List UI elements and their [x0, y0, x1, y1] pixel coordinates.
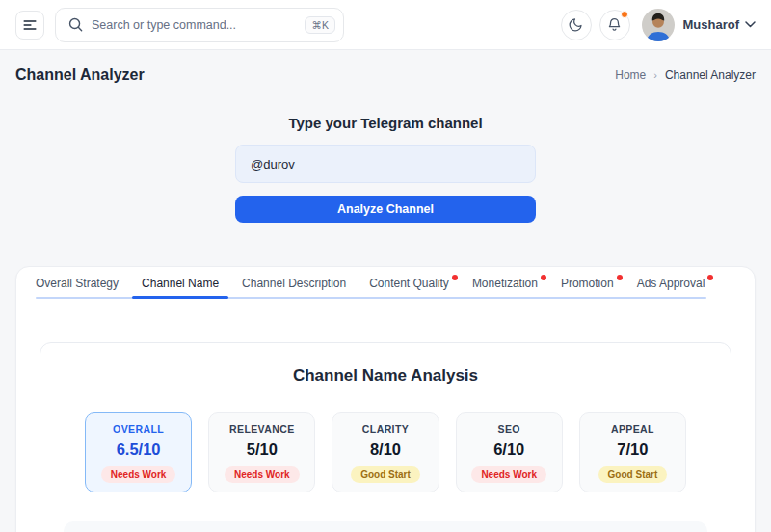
score-card-appeal: APPEAL 7/10 Good Start	[579, 412, 686, 492]
analysis-panel: Overall Strategy Channel Name Channel De…	[15, 266, 756, 532]
top-bar-right: Musharof	[553, 9, 757, 41]
alert-dot-icon	[541, 275, 546, 280]
tab-channel-name[interactable]: Channel Name	[142, 277, 219, 299]
keyboard-shortcut-badge: ⌘K	[305, 16, 335, 34]
tab-ads-approval[interactable]: Ads Approval	[637, 277, 705, 299]
search-bar[interactable]: ⌘K	[55, 8, 344, 42]
score-value: 8/10	[370, 440, 401, 459]
search-input[interactable]	[92, 18, 297, 32]
score-cards-row: OVERALL 6.5/10 Needs Work RELEVANCE 5/10…	[40, 412, 731, 492]
notification-dot	[621, 11, 628, 18]
bell-icon	[606, 16, 623, 33]
score-card-seo: SEO 6/10 Needs Work	[456, 412, 563, 492]
breadcrumb-separator-icon: ›	[653, 69, 657, 81]
avatar	[642, 9, 675, 41]
channel-input[interactable]	[235, 145, 536, 183]
score-label: OVERALL	[113, 423, 164, 435]
status-badge: Good Start	[351, 466, 420, 483]
tab-content-quality[interactable]: Content Quality	[369, 277, 449, 299]
analyzer-heading: Type your Telegram channel	[235, 115, 536, 131]
page-title: Channel Analyzer	[15, 66, 145, 84]
breadcrumb-home-link[interactable]: Home	[615, 68, 646, 82]
status-badge: Needs Work	[471, 466, 546, 483]
tab-overall-strategy[interactable]: Overall Strategy	[36, 277, 119, 299]
page-content: Channel Analyzer Home › Channel Analyzer…	[0, 66, 771, 532]
status-badge: Needs Work	[225, 466, 300, 483]
tab-monetization[interactable]: Monetization	[472, 277, 538, 299]
sidebar-toggle-button[interactable]	[15, 11, 44, 40]
score-value: 6/10	[493, 440, 524, 459]
tab-channel-description[interactable]: Channel Description	[242, 277, 346, 299]
channel-name-analysis-card: Channel Name Analysis OVERALL 6.5/10 Nee…	[40, 342, 731, 532]
score-value: 5/10	[247, 440, 278, 459]
score-label: CLARITY	[362, 423, 409, 435]
dark-mode-toggle[interactable]	[561, 10, 592, 40]
score-label: RELEVANCE	[229, 423, 295, 435]
status-badge: Needs Work	[101, 466, 176, 483]
breadcrumb-current: Channel Analyzer	[665, 68, 756, 82]
score-card-overall: OVERALL 6.5/10 Needs Work	[85, 412, 192, 492]
user-name: Musharof	[683, 17, 740, 32]
search-icon	[67, 16, 84, 33]
score-label: SEO	[498, 423, 520, 435]
page-head: Channel Analyzer Home › Channel Analyzer	[15, 66, 756, 84]
moon-icon	[568, 16, 584, 33]
alert-dot-icon	[452, 275, 458, 280]
chevron-down-icon	[745, 21, 756, 28]
score-card-relevance: RELEVANCE 5/10 Needs Work	[208, 412, 315, 492]
score-card-clarity: CLARITY 8/10 Good Start	[332, 412, 439, 492]
analyze-channel-button[interactable]: Analyze Channel	[235, 196, 536, 223]
analysis-title: Channel Name Analysis	[40, 366, 731, 386]
hamburger-icon	[21, 16, 39, 34]
alert-dot-icon	[707, 275, 713, 280]
notifications-button[interactable]	[599, 10, 630, 40]
top-bar: ⌘K	[0, 0, 771, 50]
status-badge: Good Start	[598, 466, 668, 483]
breadcrumb: Home › Channel Analyzer	[615, 68, 756, 82]
tab-bar: Overall Strategy Channel Name Channel De…	[16, 267, 755, 299]
tab-promotion[interactable]: Promotion	[561, 277, 614, 299]
top-bar-left: ⌘K	[15, 8, 344, 42]
user-menu[interactable]: Musharof	[630, 9, 757, 41]
score-label: APPEAL	[611, 423, 654, 435]
analyzer-form: Type your Telegram channel Analyze Chann…	[235, 115, 536, 223]
evaluation-section: Evaluation	[64, 521, 707, 532]
score-value: 7/10	[617, 440, 648, 459]
score-value: 6.5/10	[117, 440, 161, 459]
alert-dot-icon	[617, 275, 623, 280]
